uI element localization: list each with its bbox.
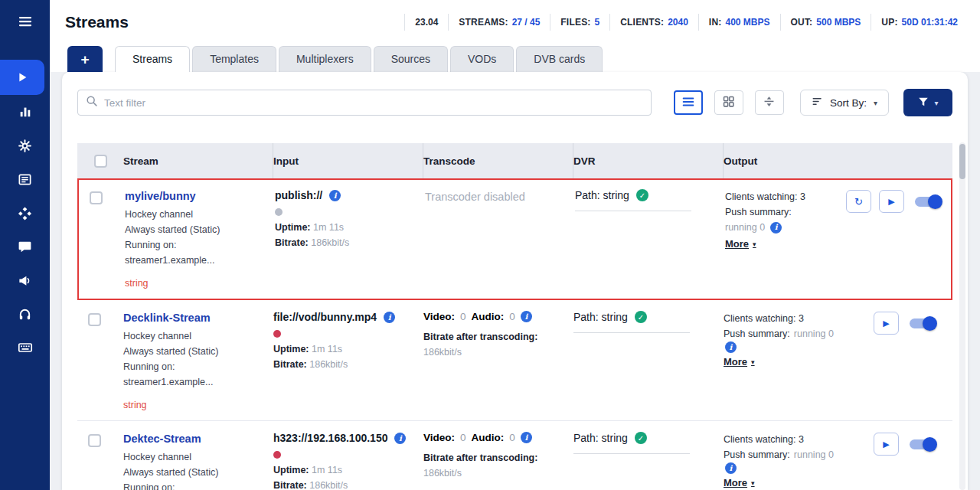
play-preview-button[interactable]: ▶: [879, 190, 904, 213]
clients-watching: Clients watching: 3: [725, 189, 846, 204]
input-url: publish://: [275, 189, 322, 201]
info-icon[interactable]: i: [521, 311, 532, 322]
stream-tag: string: [125, 276, 263, 291]
sidebar-item-news[interactable]: [0, 162, 50, 196]
add-stream-button[interactable]: +: [67, 46, 103, 72]
news-icon: [18, 172, 32, 187]
dvr-path: Path: string: [573, 432, 628, 444]
sidebar-item-settings[interactable]: [0, 129, 50, 162]
info-icon[interactable]: i: [394, 433, 406, 444]
sort-by-button[interactable]: Sort By: ▾: [800, 90, 889, 116]
list-view-button[interactable]: [674, 90, 703, 115]
streams-table: Stream Input Transcode DVR Output mylive…: [77, 143, 952, 490]
info-icon[interactable]: i: [725, 462, 737, 474]
table-row: mylive/bunny Hockey channel Always start…: [77, 178, 952, 300]
refresh-icon: ↻: [854, 196, 863, 207]
stream-name-link[interactable]: Dektec-Stream: [123, 433, 201, 445]
stream-name-link[interactable]: Decklink-Stream: [123, 312, 211, 324]
row-checkbox[interactable]: [88, 313, 101, 326]
chevron-down-icon: ▾: [934, 99, 938, 107]
info-icon[interactable]: i: [384, 312, 395, 323]
sidebar: [0, 0, 50, 490]
sidebar-item-modules[interactable]: [0, 196, 50, 230]
play-preview-button[interactable]: ▶: [874, 312, 899, 335]
toggle-knob: [923, 437, 937, 452]
menu-button[interactable]: [0, 0, 50, 43]
stream-enabled-toggle[interactable]: [915, 197, 941, 207]
toggle-knob: [928, 194, 942, 209]
more-link[interactable]: More▾: [724, 354, 755, 370]
row-height-button[interactable]: [755, 90, 784, 115]
app-root: Streams 23.04 STREAMS: 27 / 45 FILES: 5 …: [0, 0, 980, 490]
audio-label: Audio:: [472, 311, 505, 322]
tab-dvb-cards[interactable]: DVB cards: [516, 46, 603, 72]
info-icon[interactable]: i: [521, 432, 532, 443]
stream-description: Hockey channel: [123, 449, 261, 465]
dvr-ok-icon: ✓: [636, 189, 648, 201]
sidebar-item-chat[interactable]: [0, 230, 50, 263]
play-icon: ▶: [883, 318, 889, 328]
more-link[interactable]: More▾: [725, 237, 756, 252]
col-header-stream: Stream: [123, 143, 273, 178]
stream-mode: Always started (Static): [123, 465, 261, 480]
tab-streams[interactable]: Streams: [115, 46, 190, 72]
col-header-input: Input: [273, 143, 423, 178]
restart-stream-button[interactable]: ↻: [846, 190, 871, 213]
video-count: 0: [460, 432, 466, 443]
table-row: Dektec-Stream Hockey channel Always star…: [77, 421, 952, 490]
input-status-dot: [275, 208, 283, 216]
hamburger-icon: [18, 14, 33, 29]
sidebar-item-support[interactable]: [0, 297, 50, 331]
audio-label: Audio:: [472, 432, 505, 443]
tab-multiplexers[interactable]: Multiplexers: [279, 46, 371, 72]
stream-name-link[interactable]: mylive/bunny: [125, 190, 196, 202]
sidebar-item-announcements[interactable]: [0, 263, 50, 297]
clients-watching: Clients watching: 3: [724, 432, 844, 447]
bitrate-label: Bitrate:: [273, 480, 307, 490]
select-all-checkbox[interactable]: [94, 155, 107, 168]
headphones-icon: [18, 307, 32, 322]
scrollbar-thumb[interactable]: [959, 144, 965, 179]
keyboard-icon: [18, 340, 33, 355]
stream-mode: Always started (Static): [123, 344, 261, 359]
info-icon[interactable]: i: [725, 341, 737, 353]
audio-count: 0: [509, 432, 515, 443]
push-summary-value: running 0: [794, 326, 834, 341]
col-header-dvr: DVR: [573, 143, 724, 178]
server-version: 23.04: [404, 14, 448, 31]
push-summary-value: running 0: [725, 220, 765, 235]
row-checkbox[interactable]: [90, 191, 103, 204]
stream-enabled-toggle[interactable]: [910, 318, 936, 328]
more-link[interactable]: More▾: [724, 475, 755, 490]
transcode-bitrate-label: Bitrate after transcoding:: [423, 452, 537, 463]
stream-enabled-toggle[interactable]: [910, 439, 936, 449]
push-summary-label: Push summary:: [724, 447, 790, 462]
funnel-icon: [917, 96, 929, 110]
tab-templates[interactable]: Templates: [192, 46, 276, 72]
sidebar-item-hotkeys[interactable]: [0, 331, 50, 364]
sort-by-label: Sort By:: [830, 97, 867, 109]
tab-sources[interactable]: Sources: [374, 46, 448, 72]
text-filter-input[interactable]: [104, 97, 643, 109]
tab-vods[interactable]: VODs: [450, 46, 514, 72]
chevron-down-icon: ▾: [753, 237, 756, 252]
stat-streams: STREAMS: 27 / 45: [448, 14, 550, 31]
filter-button[interactable]: ▾: [903, 89, 952, 116]
modules-icon: [18, 206, 32, 220]
info-icon[interactable]: i: [329, 190, 341, 201]
transcode-bitrate-value: 186kbit/s: [423, 347, 462, 358]
stream-description: Hockey channel: [123, 328, 261, 344]
play-preview-button[interactable]: ▶: [874, 433, 899, 456]
bitrate-label: Bitrate:: [273, 359, 307, 370]
row-checkbox[interactable]: [88, 434, 101, 447]
table-scrollbar[interactable]: [959, 142, 965, 490]
megaphone-icon: [18, 273, 32, 288]
grid-view-button[interactable]: [714, 90, 743, 115]
play-icon: ▶: [883, 439, 889, 449]
info-icon[interactable]: i: [770, 222, 782, 234]
sidebar-item-statistics[interactable]: [0, 95, 50, 129]
play-icon: ▶: [888, 197, 894, 207]
stream-running-on: Running on: streamer1.example...: [123, 480, 261, 490]
sidebar-item-streams[interactable]: [0, 60, 44, 95]
grid-view-icon: [722, 95, 735, 110]
